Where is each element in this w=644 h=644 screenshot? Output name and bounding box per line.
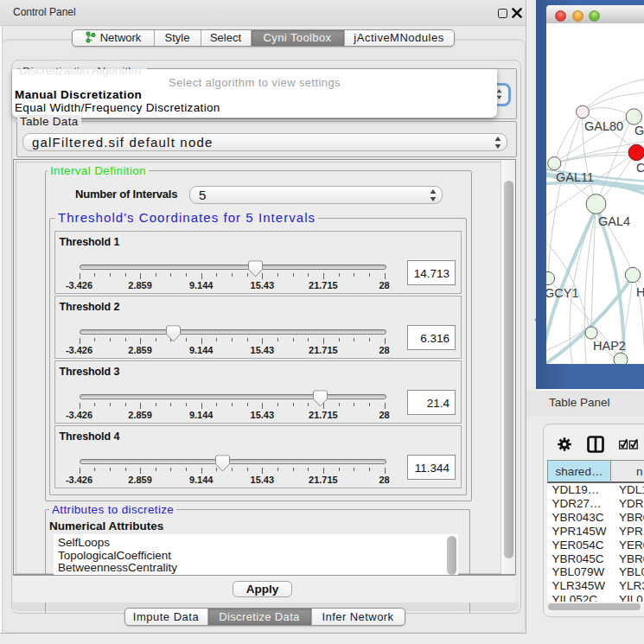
svg-text:GAL11: GAL11 [556,170,594,184]
svg-text:GCY1: GCY1 [546,286,579,300]
svg-text:GAL80: GAL80 [584,119,623,133]
svg-text:CD: CD [636,161,644,175]
svg-text:HI: HI [636,285,644,299]
svg-text:HAP2: HAP2 [593,339,626,353]
svg-text:GAL4: GAL4 [598,214,630,228]
svg-text:GA: GA [634,124,644,137]
